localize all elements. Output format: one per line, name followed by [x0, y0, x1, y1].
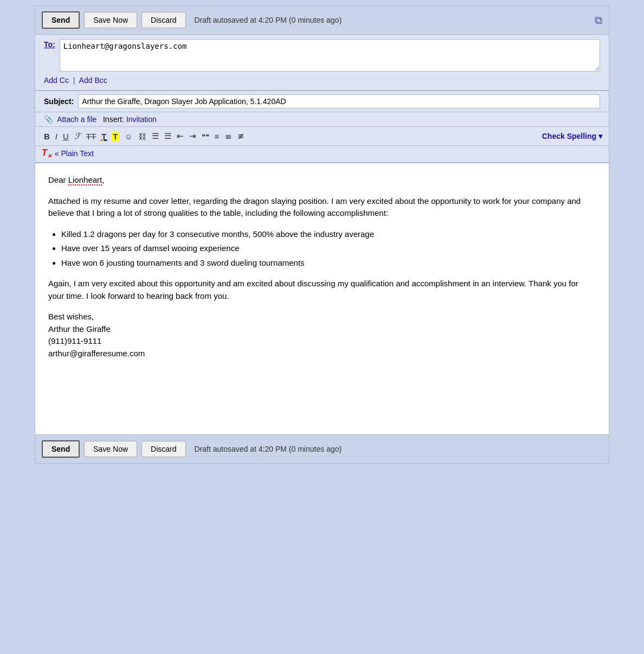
format-toolbar: B I U ℱ TT T T ☺ ⛓ ☰ ☰ ⇤ ⇥ ❝❝ ≡ ≣ ≢ Chec…	[35, 127, 609, 146]
subject-input[interactable]	[78, 94, 600, 108]
autosave-status-bottom: Draft autosaved at 4:20 PM (0 minutes ag…	[195, 445, 342, 453]
discard-button-top[interactable]: Discard	[141, 12, 185, 28]
top-toolbar: Send Save Now Discard Draft autosaved at…	[35, 6, 609, 35]
blockquote-button[interactable]: ❝❝	[199, 131, 211, 142]
align-left-button[interactable]: ≡	[212, 131, 222, 142]
send-button-top[interactable]: Send	[42, 11, 80, 29]
body-paragraph-1: Attached is my resume and cover letter, …	[48, 195, 596, 220]
subject-row: Subject:	[35, 91, 609, 112]
expand-icon[interactable]: ⧉	[595, 14, 602, 27]
save-now-button-bottom[interactable]: Save Now	[84, 441, 137, 457]
signature: Best wishes, Arthur the Giraffe (911)911…	[48, 311, 596, 360]
smiley-button[interactable]: ☺	[123, 131, 135, 142]
autosave-status: Draft autosaved at 4:20 PM (0 minutes ag…	[195, 16, 342, 24]
email-compose-window: Send Save Now Discard Draft autosaved at…	[35, 5, 609, 464]
highlight-button[interactable]: T	[110, 131, 121, 142]
send-button-bottom[interactable]: Send	[42, 440, 80, 458]
list-item: Have over 15 years of damsel wooing expe…	[61, 242, 596, 255]
to-label[interactable]: To:	[44, 39, 55, 49]
bottom-toolbar: Send Save Now Discard Draft autosaved at…	[35, 434, 609, 463]
attach-file-link[interactable]: Attach a file	[57, 115, 96, 124]
recipient-name: Lionheart	[68, 175, 102, 185]
align-center-button[interactable]: ≣	[223, 130, 234, 142]
check-spelling-button[interactable]: Check Spelling ▾	[542, 132, 602, 140]
separator: |	[73, 76, 75, 85]
greeting: Dear Lionheart,	[48, 174, 596, 187]
indent-more-button[interactable]: ⇥	[187, 130, 198, 142]
invitation-link[interactable]: Invitation	[126, 115, 157, 124]
discard-button-bottom[interactable]: Discard	[141, 441, 185, 457]
strikethrough-button[interactable]: TT	[84, 131, 98, 142]
add-cc-link[interactable]: Add Cc	[44, 76, 69, 85]
email-body: Dear Lionheart, Attached is my resume an…	[35, 163, 609, 434]
plain-text-link[interactable]: « Plain Text	[55, 149, 94, 158]
underline-button[interactable]: U	[61, 131, 71, 142]
save-now-button-top[interactable]: Save Now	[84, 12, 137, 28]
recipients-area: To: Lionheart@gragonslayers.com Add Cc |…	[35, 35, 609, 91]
font-color-button[interactable]: T	[99, 131, 108, 142]
link-button[interactable]: ⛓	[136, 131, 149, 142]
attach-row: 📎 Attach a file Insert: Invitation	[35, 112, 609, 127]
plain-text-row: T✕ « Plain Text	[35, 146, 609, 163]
align-right-button[interactable]: ≢	[235, 130, 247, 142]
tx-icon: T✕	[42, 148, 51, 159]
body-paragraph-2: Again, I am very excited about this oppo…	[48, 278, 596, 302]
signature-text: Best wishes, Arthur the Giraffe (911)911…	[48, 311, 596, 360]
font-button[interactable]: ℱ	[72, 130, 83, 142]
indent-less-button[interactable]: ⇤	[175, 130, 186, 142]
subject-label: Subject:	[44, 97, 74, 106]
cc-bcc-row: Add Cc | Add Bcc	[44, 74, 600, 88]
list-item: Have won 6 jousting tournaments and 3 sw…	[61, 257, 596, 270]
unordered-list-button[interactable]: ☰	[162, 130, 173, 142]
to-input[interactable]: Lionheart@gragonslayers.com	[60, 39, 600, 72]
italic-button[interactable]: I	[53, 131, 60, 142]
to-row: To: Lionheart@gragonslayers.com	[44, 39, 600, 72]
list-item: Killed 1.2 dragons per day for 3 consecu…	[61, 228, 596, 241]
bold-button[interactable]: B	[42, 131, 52, 142]
add-bcc-link[interactable]: Add Bcc	[79, 76, 107, 85]
paperclip-icon: 📎	[44, 115, 53, 124]
accomplishments-list: Killed 1.2 dragons per day for 3 consecu…	[61, 228, 596, 270]
ordered-list-button[interactable]: ☰	[150, 130, 161, 142]
